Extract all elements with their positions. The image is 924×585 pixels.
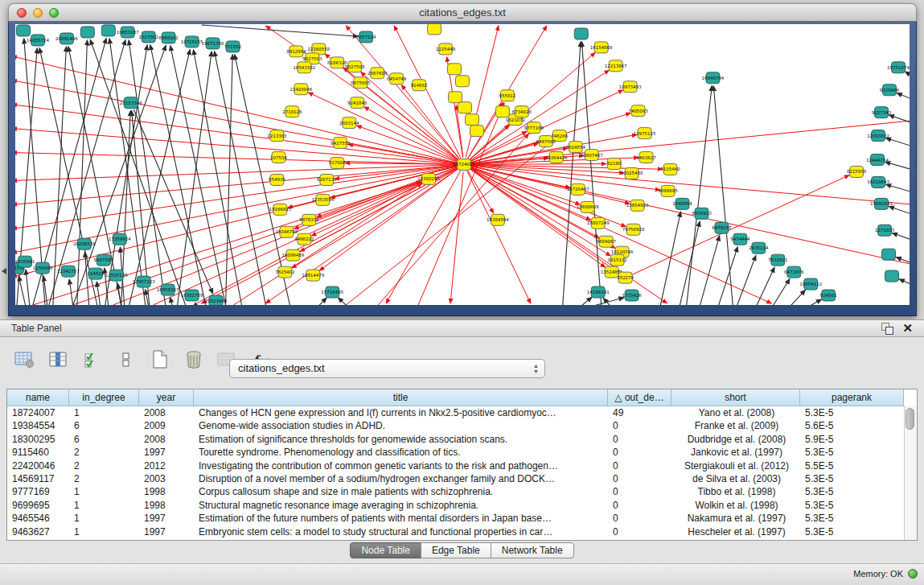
- citation-edge-black[interactable]: [899, 279, 910, 286]
- table-row[interactable]: 1872400712008Changes of HCN gene express…: [7, 406, 917, 419]
- citation-edge-black[interactable]: [591, 298, 624, 305]
- citation-edge-red[interactable]: [308, 93, 457, 162]
- citation-edge-red[interactable]: [470, 70, 610, 160]
- citation-edge-black[interactable]: [339, 298, 348, 305]
- citation-edge-red[interactable]: [470, 90, 622, 162]
- column-header-2[interactable]: year: [139, 389, 194, 406]
- table-row[interactable]: 911546021997Tourette syndrome. Phenomeno…: [7, 446, 917, 459]
- citation-edge-black[interactable]: [117, 283, 121, 305]
- tab-edge-table[interactable]: Edge Table: [421, 542, 491, 558]
- graph-node[interactable]: [885, 270, 899, 282]
- citation-edge-black[interactable]: [660, 212, 681, 305]
- table-row[interactable]: 1830029562008Estimation of significance …: [7, 433, 917, 446]
- graph-node[interactable]: [16, 25, 30, 36]
- tab-network-table[interactable]: Network Table: [491, 542, 574, 558]
- table-row[interactable]: 969969511998Structural magnetic resonanc…: [7, 499, 917, 512]
- citation-edge-black[interactable]: [713, 86, 733, 305]
- citation-edge-black[interactable]: [178, 51, 212, 305]
- graph-node[interactable]: [80, 27, 94, 38]
- citation-edge-black[interactable]: [73, 45, 166, 305]
- citation-edge-black[interactable]: [68, 47, 121, 305]
- citation-edge-red[interactable]: [450, 171, 463, 303]
- graph-node[interactable]: [449, 92, 462, 103]
- select-columns-button[interactable]: [79, 347, 106, 373]
- citation-edge-black[interactable]: [717, 247, 737, 305]
- citation-edge-black[interactable]: [150, 45, 206, 305]
- citation-edge-black[interactable]: [889, 207, 910, 216]
- new-file-button[interactable]: [146, 347, 174, 373]
- citation-edge-black[interactable]: [26, 270, 30, 305]
- citation-edge-black[interactable]: [889, 115, 910, 125]
- graph-node[interactable]: [428, 24, 441, 35]
- graph-node[interactable]: [495, 106, 509, 117]
- column-header-0[interactable]: name: [7, 389, 69, 406]
- citation-edge-red[interactable]: [418, 103, 504, 305]
- citation-edge-black[interactable]: [897, 93, 910, 101]
- graph-node[interactable]: [101, 25, 115, 36]
- table-row[interactable]: 977716911998Corpus callosum shape and si…: [7, 485, 917, 498]
- column-header-1[interactable]: in_degree: [69, 389, 139, 406]
- citation-edge-red[interactable]: [154, 183, 421, 305]
- table-row[interactable]: 946554611997Estimation of the future num…: [7, 512, 917, 525]
- table-row[interactable]: 2242004622012Investigating the contribut…: [7, 459, 917, 472]
- graph-node[interactable]: [465, 114, 478, 126]
- citation-edge-black[interactable]: [806, 299, 821, 305]
- graph-node[interactable]: [456, 76, 470, 87]
- citation-edge-black[interactable]: [788, 290, 805, 305]
- graph-node[interactable]: [458, 102, 472, 113]
- citation-edge-black[interactable]: [226, 55, 233, 305]
- column-header-5[interactable]: short: [671, 389, 800, 406]
- citation-edge-red[interactable]: [361, 72, 459, 160]
- network-canvas[interactable]: 1405572420891406106532871527002696616110…: [15, 24, 910, 305]
- table-row[interactable]: 946362711997Embryonic stem cells: a mode…: [7, 525, 917, 538]
- tab-node-table[interactable]: Node Table: [350, 542, 421, 558]
- memory-ok-indicator[interactable]: [908, 569, 918, 579]
- citation-edge-red[interactable]: [467, 171, 531, 303]
- graph-node-label: 8427552: [331, 141, 350, 146]
- zoom-window-button[interactable]: [49, 8, 59, 18]
- citation-edge-black[interactable]: [771, 279, 790, 305]
- citation-edge-red[interactable]: [471, 164, 606, 165]
- delete-table-button[interactable]: [180, 347, 207, 373]
- graph-node[interactable]: [882, 249, 896, 260]
- citation-edge-black[interactable]: [699, 236, 719, 305]
- minimize-window-button[interactable]: [33, 8, 43, 18]
- show-column-button[interactable]: [45, 347, 72, 373]
- citation-edge-black[interactable]: [129, 40, 166, 305]
- citation-edge-black[interactable]: [755, 267, 774, 305]
- citation-edge-black[interactable]: [886, 138, 910, 148]
- float-panel-icon[interactable]: [881, 322, 893, 334]
- column-header-4[interactable]: △ out_de…: [608, 389, 671, 406]
- citation-edge-black[interactable]: [97, 282, 101, 305]
- citation-edge-black[interactable]: [170, 298, 172, 305]
- close-panel-icon[interactable]: ✕: [902, 322, 913, 334]
- citation-edge-black[interactable]: [318, 298, 326, 305]
- citation-edge-red[interactable]: [471, 165, 910, 204]
- citation-edge-black[interactable]: [892, 233, 910, 242]
- citation-edge-black[interactable]: [581, 297, 592, 305]
- citation-edge-black[interactable]: [906, 72, 910, 79]
- table-settings-button[interactable]: [11, 347, 39, 373]
- citation-graph[interactable]: 1405572420891406106532871527002696616110…: [15, 24, 910, 305]
- citation-edge-black[interactable]: [886, 184, 910, 193]
- scrollbar-thumb[interactable]: [906, 408, 914, 430]
- graph-node[interactable]: [574, 28, 588, 39]
- citation-edge-black[interactable]: [202, 25, 359, 36]
- rows-icon-button[interactable]: [113, 347, 140, 373]
- citation-edge-red[interactable]: [202, 168, 458, 303]
- table-row[interactable]: 1938455462009Genome-wide association stu…: [7, 419, 917, 432]
- table-row[interactable]: 1456911722003Disruption of a novel membe…: [7, 472, 917, 485]
- column-header-3[interactable]: title: [194, 389, 608, 406]
- citation-edge-black[interactable]: [18, 276, 26, 305]
- graph-node[interactable]: [448, 64, 462, 75]
- citation-edge-black[interactable]: [215, 51, 266, 305]
- column-header-6[interactable]: pagerank: [800, 389, 904, 406]
- citation-edge-black[interactable]: [686, 86, 712, 305]
- graph-node[interactable]: [470, 126, 483, 137]
- citation-edge-black[interactable]: [736, 256, 755, 305]
- close-window-button[interactable]: [17, 8, 27, 18]
- citation-edge-black[interactable]: [885, 162, 910, 171]
- window-titlebar[interactable]: citations_edges.txt: [8, 3, 917, 22]
- vertical-scrollbar[interactable]: [904, 406, 917, 540]
- table-selector-combobox[interactable]: citations_edges.txt ▲▼: [229, 359, 545, 378]
